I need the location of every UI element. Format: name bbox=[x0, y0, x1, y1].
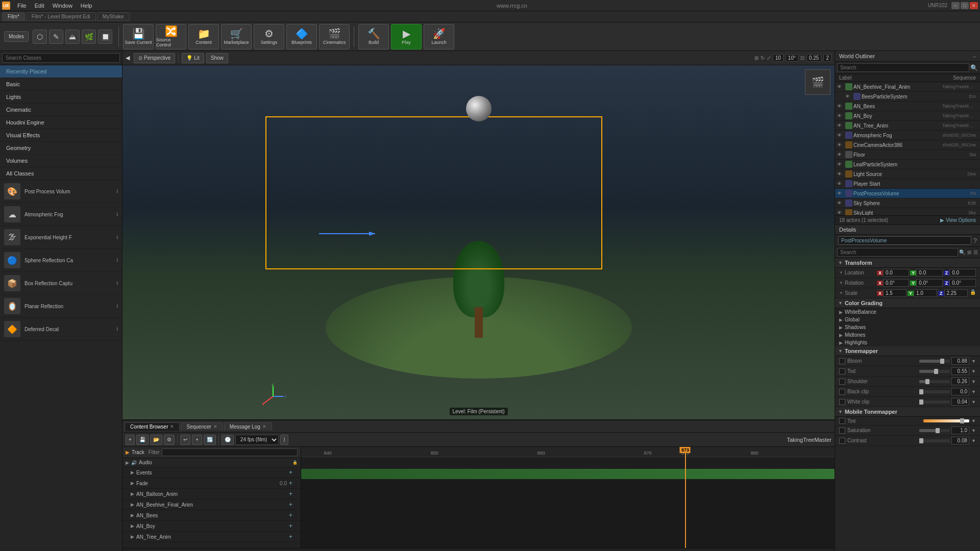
outliner-item-an-boy[interactable]: 👁 AN_Boy TakingTreeMSke bbox=[835, 111, 980, 121]
toolbar-blueprints-button[interactable]: 🔷 Blueprints bbox=[286, 24, 317, 49]
toolbar-source-button[interactable]: 🔀 Source Control bbox=[156, 24, 186, 49]
toolbar-icon-select[interactable]: ⬡ bbox=[33, 30, 47, 44]
nav-all-classes[interactable]: All Classes bbox=[0, 167, 122, 180]
playhead[interactable]: 873 bbox=[685, 447, 686, 548]
track-audio-header[interactable]: ▶ 🔊 Audio 🔒 bbox=[122, 458, 301, 467]
rot-z-input[interactable] bbox=[949, 279, 976, 287]
grid-size-value[interactable]: 10 bbox=[773, 54, 783, 62]
outliner-item-atm-fog[interactable]: 👁 Atmospheric Fog shot030_00Cine bbox=[835, 131, 980, 140]
place-item-expheight[interactable]: 🌫 Exponential Height F ℹ bbox=[0, 226, 122, 249]
outliner-item-beehive[interactable]: 👁 AN_Beehive_Final_Anim TakingTreeMSke bbox=[835, 82, 980, 92]
lit-button[interactable]: 💡 Lit bbox=[182, 53, 204, 63]
track-beehive[interactable]: ▶ AN_Beehive_Final_Anim + bbox=[122, 499, 301, 510]
loc-x-input[interactable] bbox=[883, 269, 909, 277]
toolbar-save-button[interactable]: 💾 Save Current bbox=[123, 24, 154, 49]
vis-eye-icon[interactable]: 👁 bbox=[837, 171, 844, 177]
vis-eye-icon[interactable]: 👁 bbox=[837, 181, 844, 186]
bloom-slider-bar[interactable] bbox=[919, 360, 950, 363]
details-search-icon[interactable]: 🔍 bbox=[959, 249, 965, 255]
grid-angle-value[interactable]: 10° bbox=[786, 54, 798, 62]
track-balloon[interactable]: ▶ AN_Balloon_Anim + bbox=[122, 489, 301, 499]
tod-reset-icon[interactable]: ▼ bbox=[971, 369, 976, 374]
outliner-item-tree-anim[interactable]: 👁 AN_Tree_Anim TakingTreeMSke bbox=[835, 121, 980, 131]
shadows-header[interactable]: ▶ Shadows bbox=[835, 323, 980, 331]
nav-volumes[interactable]: Volumes bbox=[0, 155, 122, 167]
mobile-tonemapper-header[interactable]: ▼ Mobile Tonemapper bbox=[835, 407, 980, 417]
viewport-canvas[interactable]: X Y Z Level: Film (Persistent) bbox=[122, 65, 835, 419]
seq-timeline[interactable]: 840 850 860 870 873 880 873 bbox=[301, 447, 835, 548]
nav-houdini-engine[interactable]: Houdini Engine bbox=[0, 116, 122, 129]
tint-checkbox[interactable] bbox=[839, 418, 845, 424]
nav-basic[interactable]: Basic bbox=[0, 78, 122, 91]
toolbar-icon-mesh[interactable]: 🔲 bbox=[98, 30, 112, 44]
place-item-deferreddecal[interactable]: 🔶 Deferred Decal ℹ bbox=[0, 318, 122, 341]
white-balance-header[interactable]: ▶ WhiteBalance bbox=[835, 308, 980, 316]
tab-message-log[interactable]: Message Log ✕ bbox=[224, 422, 272, 431]
toolbar-icon-paint[interactable]: ✎ bbox=[49, 30, 63, 44]
midtones-header[interactable]: ▶ Midtones bbox=[835, 331, 980, 339]
details-help-icon[interactable]: ? bbox=[973, 237, 977, 244]
fade-add-button[interactable]: + bbox=[289, 480, 292, 487]
vis-eye-icon[interactable]: 👁 bbox=[837, 210, 844, 215]
whiteclip-slider-handle[interactable] bbox=[919, 399, 923, 405]
anbees-add-button[interactable]: + bbox=[289, 512, 292, 519]
seq-loop-button[interactable]: 🔃 bbox=[204, 435, 216, 445]
planairefl-info[interactable]: ℹ bbox=[116, 304, 118, 309]
seq-save-button[interactable]: 💾 bbox=[136, 435, 149, 445]
outliner-item-leafps[interactable]: 👁 LeafParticleSystem bbox=[835, 160, 980, 169]
shoulder-slider-bar[interactable] bbox=[919, 380, 950, 383]
show-button[interactable]: Show bbox=[206, 53, 228, 63]
tab-myshake[interactable]: MyShake bbox=[97, 12, 130, 21]
vis-eye-icon[interactable]: 👁 bbox=[837, 113, 844, 118]
shoulder-value-input[interactable] bbox=[951, 378, 969, 385]
whiteclip-reset-icon[interactable]: ▼ bbox=[971, 399, 976, 405]
saturation-checkbox[interactable] bbox=[839, 428, 845, 434]
outliner-item-skylight[interactable]: 👁 SkyLight Sky bbox=[835, 208, 980, 215]
track-tree-anim[interactable]: ▶ AN_Tree_Anim + bbox=[122, 532, 301, 542]
scale-x-input[interactable] bbox=[883, 289, 906, 297]
toolbar-settings-button[interactable]: ⚙ Settings bbox=[254, 24, 284, 49]
tint-slider-bar[interactable] bbox=[923, 419, 969, 422]
expheight-info[interactable]: ℹ bbox=[116, 235, 118, 240]
events-add-button[interactable]: + bbox=[289, 469, 292, 476]
atmfog-info[interactable]: ℹ bbox=[116, 212, 118, 217]
vis-eye-icon[interactable]: 👁 bbox=[837, 104, 844, 109]
vis-eye-icon[interactable]: 👁 bbox=[837, 142, 844, 147]
scale-z-input[interactable] bbox=[944, 289, 968, 297]
whiteclip-checkbox[interactable] bbox=[839, 399, 845, 405]
postprocess-info[interactable]: ℹ bbox=[116, 189, 118, 194]
bloom-reset-icon[interactable]: ▼ bbox=[971, 359, 976, 364]
menu-file[interactable]: File bbox=[13, 0, 31, 11]
whiteclip-value-input[interactable] bbox=[951, 398, 969, 406]
tab-blueprint[interactable]: Film* - Level Blueprint Edi bbox=[26, 12, 96, 21]
blackclip-reset-icon[interactable]: ▼ bbox=[971, 389, 976, 394]
track-events[interactable]: ▶ Events + bbox=[122, 467, 301, 478]
saturation-slider-bar[interactable] bbox=[919, 429, 950, 432]
vis-eye-icon[interactable]: 👁 bbox=[837, 162, 844, 167]
contrast-slider-bar[interactable] bbox=[919, 439, 950, 442]
blackclip-slider-handle[interactable] bbox=[919, 389, 923, 394]
nav-visual-effects[interactable]: Visual Effects bbox=[0, 129, 122, 142]
saturation-reset-icon[interactable]: ▼ bbox=[971, 428, 976, 433]
sphererefl-info[interactable]: ℹ bbox=[116, 258, 118, 263]
fps-selector[interactable]: 24 fps (film) bbox=[235, 435, 279, 445]
vis-eye-icon[interactable]: 👁 bbox=[837, 133, 844, 138]
color-grading-header[interactable]: ▼ Color Grading bbox=[835, 298, 980, 308]
shoulder-checkbox[interactable] bbox=[839, 379, 845, 385]
bloom-value-input[interactable] bbox=[951, 357, 969, 365]
outliner-item-sky-sphere[interactable]: 👁 Sky Sphere Edit bbox=[835, 198, 980, 208]
menu-window[interactable]: Window bbox=[48, 0, 77, 11]
vis-eye-icon[interactable]: 👁 bbox=[845, 94, 852, 99]
tab-film[interactable]: Film* bbox=[2, 12, 25, 21]
bloom-checkbox[interactable] bbox=[839, 358, 845, 364]
outliner-item-floor[interactable]: 👁 Floor Sta bbox=[835, 150, 980, 160]
saturation-value-input[interactable] bbox=[951, 427, 969, 434]
shoulder-slider-handle[interactable] bbox=[925, 379, 929, 384]
sequencer-close[interactable]: ✕ bbox=[213, 424, 217, 429]
saturation-slider-handle[interactable] bbox=[936, 428, 940, 433]
track-an-bees[interactable]: ▶ AN_Bees + bbox=[122, 510, 301, 521]
vis-eye-icon[interactable]: 👁 bbox=[837, 201, 844, 206]
seq-clock-button[interactable]: 🕐 bbox=[222, 435, 234, 445]
details-actor-name-input[interactable] bbox=[838, 236, 971, 245]
vis-eye-icon[interactable]: 👁 bbox=[837, 191, 844, 196]
